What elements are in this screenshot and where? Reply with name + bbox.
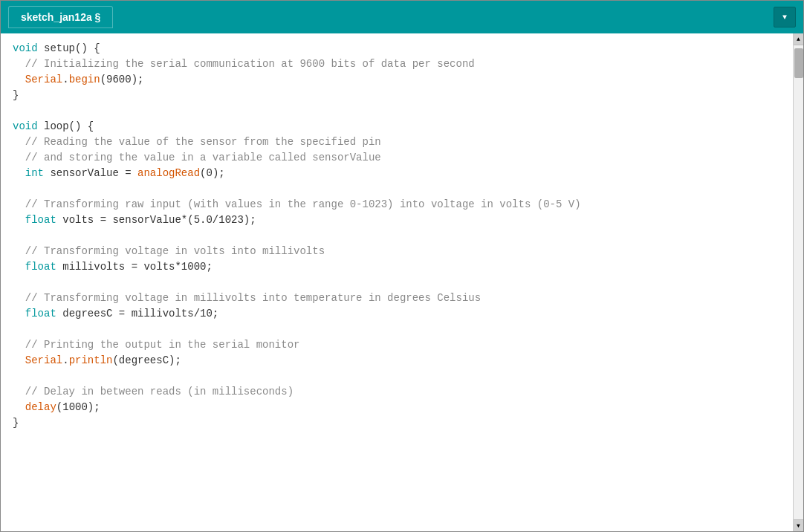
editor-area: void setup() { // Initializing the seria… xyxy=(1,33,803,531)
title-bar: sketch_jan12a § xyxy=(1,1,803,33)
scroll-down-button[interactable]: ▼ xyxy=(794,519,804,531)
scroll-thumb[interactable] xyxy=(794,48,803,78)
tab-label: sketch_jan12a § xyxy=(21,11,100,23)
dropdown-button[interactable] xyxy=(774,7,796,27)
scroll-track[interactable] xyxy=(794,45,803,519)
sketch-tab[interactable]: sketch_jan12a § xyxy=(8,6,113,28)
main-window: sketch_jan12a § void setup() { // Initia… xyxy=(0,0,804,532)
scroll-up-button[interactable]: ▲ xyxy=(794,33,804,45)
code-editor: void setup() { // Initializing the seria… xyxy=(13,41,781,431)
scrollbar-vertical[interactable]: ▲ ▼ xyxy=(793,33,803,531)
code-container[interactable]: void setup() { // Initializing the seria… xyxy=(1,33,793,531)
